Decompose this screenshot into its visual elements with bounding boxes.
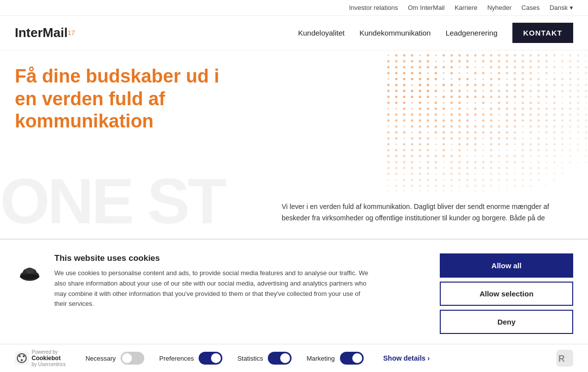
svg-point-414 — [577, 143, 580, 146]
language-selector[interactable]: Dansk ▾ — [549, 4, 573, 11]
svg-point-146 — [514, 84, 516, 86]
svg-point-357 — [538, 132, 540, 133]
svg-point-11 — [474, 54, 477, 57]
nav-leadgenerering[interactable]: Leadgenerering — [446, 29, 498, 37]
svg-point-422 — [435, 150, 437, 151]
allow-all-button[interactable]: Allow all — [440, 253, 573, 278]
svg-point-500 — [435, 167, 437, 169]
svg-point-550 — [451, 179, 453, 181]
svg-point-430 — [499, 150, 500, 151]
nav-kundeloyalitet[interactable]: Kundeloyalitet — [298, 29, 344, 37]
svg-point-554 — [482, 179, 485, 181]
svg-point-150 — [546, 84, 548, 86]
svg-point-462 — [546, 155, 548, 158]
svg-point-161 — [427, 90, 429, 92]
svg-point-381 — [522, 138, 524, 139]
svg-point-201 — [538, 96, 540, 98]
svg-point-398 — [451, 144, 453, 145]
logo[interactable]: InterMail17 — [15, 25, 75, 41]
svg-point-351 — [490, 131, 493, 134]
svg-point-242 — [451, 108, 453, 110]
svg-point-70 — [530, 66, 532, 69]
svg-point-358 — [546, 131, 548, 134]
kontakt-button[interactable]: KONTAKT — [512, 23, 573, 43]
svg-point-300 — [499, 120, 500, 122]
allow-selection-button[interactable]: Allow selection — [440, 282, 573, 306]
svg-point-516 — [561, 167, 564, 169]
svg-point-169 — [490, 90, 493, 92]
svg-point-390 — [387, 143, 390, 146]
svg-point-118 — [498, 78, 501, 81]
om-intermail-link[interactable]: Om InterMail — [408, 4, 444, 11]
svg-point-151 — [553, 84, 556, 86]
svg-point-519 — [387, 173, 390, 175]
karriere-link[interactable]: Karriere — [455, 4, 477, 11]
svg-point-227 — [538, 102, 540, 104]
svg-point-60 — [451, 66, 453, 69]
svg-point-28 — [403, 60, 406, 63]
svg-point-293 — [443, 120, 445, 122]
svg-point-132 — [403, 84, 406, 86]
svg-point-304 — [530, 120, 532, 122]
svg-point-188 — [435, 96, 437, 98]
svg-point-249 — [506, 108, 508, 110]
nyheder-link[interactable]: Nyheder — [487, 4, 511, 11]
svg-point-239 — [427, 108, 429, 110]
svg-point-316 — [419, 125, 421, 128]
svg-point-370 — [435, 138, 437, 139]
svg-point-464 — [562, 156, 563, 157]
svg-point-82 — [419, 72, 421, 75]
svg-point-298 — [482, 120, 485, 122]
investor-relations-link[interactable]: Investor relations — [349, 4, 398, 11]
svg-point-46 — [546, 60, 548, 63]
svg-point-543 — [396, 179, 397, 181]
svg-point-102 — [578, 73, 579, 74]
deny-button[interactable]: Deny — [440, 310, 573, 334]
svg-point-153 — [569, 84, 572, 86]
preferences-label: Preferences — [159, 355, 194, 362]
svg-point-520 — [395, 173, 398, 175]
svg-point-354 — [514, 131, 516, 134]
svg-point-250 — [514, 108, 516, 110]
toggle-necessary[interactable] — [121, 352, 144, 365]
svg-point-207 — [585, 96, 588, 98]
svg-point-31 — [427, 60, 429, 63]
toggle-statistics[interactable] — [268, 352, 292, 365]
svg-point-252 — [530, 108, 532, 110]
svg-point-30 — [419, 60, 421, 63]
svg-point-37 — [475, 61, 476, 62]
svg-point-413 — [570, 144, 571, 145]
svg-point-218 — [467, 102, 468, 104]
svg-point-355 — [522, 132, 524, 133]
svg-point-277 — [522, 114, 524, 116]
svg-point-6 — [435, 55, 437, 56]
toggle-preferences[interactable] — [199, 352, 222, 365]
svg-point-54 — [403, 66, 406, 69]
cases-link[interactable]: Cases — [521, 4, 540, 11]
svg-point-503 — [459, 167, 461, 169]
svg-point-583 — [538, 185, 540, 187]
svg-point-165 — [459, 90, 461, 92]
svg-point-322 — [466, 125, 469, 128]
svg-point-232 — [577, 102, 580, 104]
svg-point-332 — [546, 125, 548, 128]
svg-point-19 — [538, 54, 540, 57]
svg-point-275 — [506, 114, 508, 116]
svg-point-575 — [474, 185, 477, 187]
svg-point-226 — [530, 102, 532, 104]
svg-point-491 — [569, 161, 572, 164]
svg-point-217 — [459, 102, 461, 104]
nav-kundekommunikation[interactable]: Kundekommunikation — [359, 29, 430, 37]
svg-point-547 — [427, 179, 429, 181]
svg-point-475 — [443, 162, 445, 163]
svg-point-318 — [435, 125, 437, 128]
svg-point-265 — [427, 114, 429, 116]
svg-point-62 — [466, 66, 469, 69]
svg-point-471 — [411, 161, 414, 164]
show-details-link[interactable]: Show details › — [383, 354, 430, 362]
toggle-marketing[interactable] — [340, 352, 364, 365]
svg-point-248 — [498, 108, 501, 110]
svg-point-156 — [387, 90, 390, 92]
svg-point-90 — [482, 72, 485, 75]
svg-point-243 — [459, 108, 461, 110]
